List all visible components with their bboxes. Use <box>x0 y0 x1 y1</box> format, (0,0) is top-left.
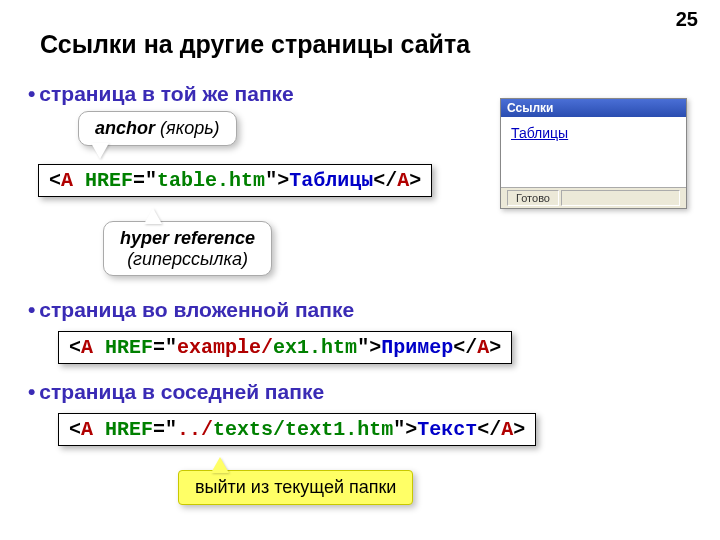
callout-anchor-bold: anchor <box>95 118 155 138</box>
code-box-3: <A HREF="../texts/text1.htm">Текст</A> <box>58 413 536 446</box>
browser-content: Таблицы <box>501 117 686 187</box>
browser-status-text: Готово <box>507 190 559 206</box>
browser-window: Ссылки Таблицы Готово <box>500 98 687 209</box>
bullet-1-text: страница в той же папке <box>39 82 293 105</box>
bullet-2: •страница во вложенной папке <box>28 298 354 322</box>
bullet-dot: • <box>28 380 35 403</box>
bullet-3-text: страница в соседней папке <box>39 380 324 403</box>
callout-anchor: anchor (якорь) <box>78 111 237 146</box>
callout-exit: выйти из текущей папки <box>178 470 413 505</box>
page-title: Ссылки на другие страницы сайта <box>40 30 470 59</box>
browser-status-spacer <box>561 190 680 206</box>
browser-link[interactable]: Таблицы <box>511 125 568 141</box>
bullet-dot: • <box>28 82 35 105</box>
code-box-1: <A HREF="table.htm">Таблицы</A> <box>38 164 432 197</box>
browser-statusbar: Готово <box>501 187 686 208</box>
browser-titlebar: Ссылки <box>501 99 686 117</box>
code-box-2: <A HREF="example/ex1.htm">Пример</A> <box>58 331 512 364</box>
bullet-dot: • <box>28 298 35 321</box>
bullet-1: •страница в той же папке <box>28 82 294 106</box>
bullet-2-text: страница во вложенной папке <box>39 298 354 321</box>
callout-anchor-rest: (якорь) <box>155 118 220 138</box>
callout-hyper-sub: (гиперссылка) <box>120 249 255 270</box>
callout-hyper: hyper reference (гиперссылка) <box>103 221 272 276</box>
bullet-3: •страница в соседней папке <box>28 380 324 404</box>
callout-exit-text: выйти из текущей папки <box>195 477 396 497</box>
slide-number: 25 <box>676 8 698 31</box>
callout-hyper-bold: hyper reference <box>120 228 255 249</box>
